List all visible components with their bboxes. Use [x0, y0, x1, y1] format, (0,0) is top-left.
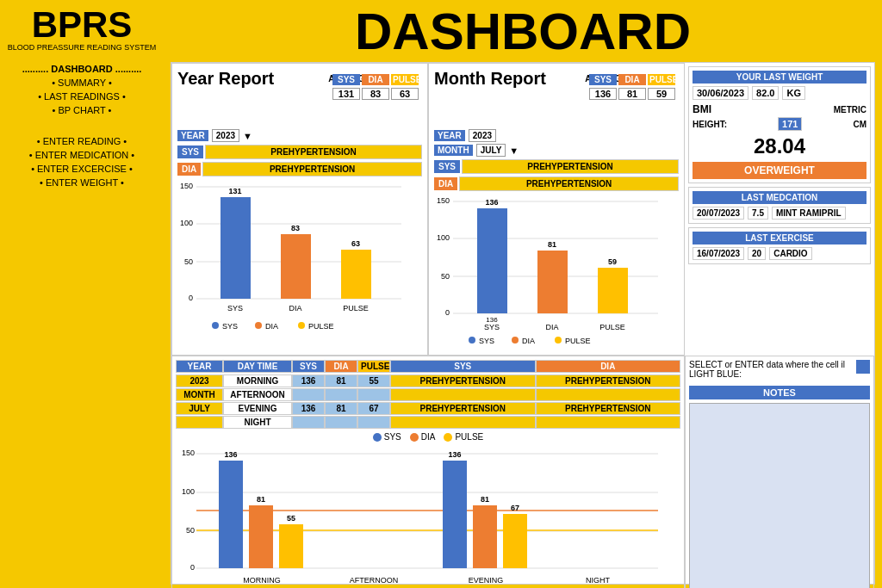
svg-text:PULSE: PULSE: [308, 322, 334, 331]
month-year-value[interactable]: 2023: [469, 129, 496, 142]
svg-text:PULSE: PULSE: [343, 304, 369, 313]
month-cell-2[interactable]: JULY: [176, 402, 223, 415]
medication-title: LAST MEDCATION: [693, 191, 866, 204]
svg-text:100: 100: [437, 233, 450, 242]
svg-text:81: 81: [548, 240, 556, 249]
month-avg-dia: 81: [618, 88, 646, 100]
month-chart: 150 100 50 0 136 81 59: [434, 195, 679, 366]
year-avg-col-headers: SYS DIA PULSE: [332, 74, 419, 85]
night-pulse[interactable]: [357, 416, 390, 429]
medication-amount: 7.5: [748, 207, 768, 220]
svg-text:DIA: DIA: [265, 322, 278, 331]
month-dia-status: PREHYPERTENSION: [459, 176, 679, 191]
sidebar-item-last-readings[interactable]: • LAST READINGS •: [0, 90, 164, 103]
month-avg-values: 136 81 59: [589, 88, 675, 100]
night-dia[interactable]: [325, 416, 357, 429]
month-sys-status-row: SYS PREHYPERTENSION: [434, 159, 679, 174]
sidebar-item-summary[interactable]: • SUMMARY •: [0, 76, 164, 90]
month-report-card: Month Report AVERAGE SYS DIA PULSE 136 8…: [428, 63, 685, 356]
evening-sys-status: PREHYPERTENSION: [390, 402, 536, 415]
year-filter-row: YEAR 2023 ▼: [177, 129, 422, 142]
sidebar-nav: .......... DASHBOARD .......... • SUMMAR…: [0, 62, 164, 189]
svg-rect-10: [281, 234, 311, 299]
night-sys[interactable]: [292, 416, 325, 429]
month-sys-status: PREHYPERTENSION: [462, 159, 679, 174]
weight-row: 30/06/2023 82.0 KG: [693, 86, 866, 100]
month-dia-status-row: DIA PREHYPERTENSION: [434, 176, 679, 191]
year-avg-pulse: 63: [391, 88, 419, 100]
sidebar-item-bp-chart[interactable]: • BP CHART •: [0, 103, 164, 117]
pulse-legend-dot: [444, 433, 452, 442]
morning-pulse[interactable]: 55: [357, 374, 390, 387]
year-sys-status-row: SYS PREHYPERTENSION: [177, 145, 422, 159]
daytime-col-header: DAY TIME: [223, 360, 292, 373]
sidebar-item-enter-reading[interactable]: • ENTER READING •: [0, 134, 164, 148]
year-dia-status-row: DIA PREHYPERTENSION: [177, 162, 422, 176]
svg-text:0: 0: [189, 294, 193, 302]
svg-text:SYS: SYS: [227, 304, 243, 313]
legend-dia: DIA: [410, 432, 436, 442]
svg-text:81: 81: [257, 495, 265, 504]
legend-sys: SYS: [373, 432, 401, 442]
svg-text:150: 150: [182, 449, 195, 457]
year-cell-1[interactable]: 2023: [176, 374, 223, 387]
svg-text:DIA: DIA: [289, 304, 301, 313]
legend-pulse: PULSE: [444, 432, 483, 442]
morning-sys[interactable]: 136: [292, 374, 325, 387]
evening-sys[interactable]: 136: [292, 402, 325, 415]
svg-rect-21: [298, 322, 305, 329]
sidebar-item-enter-medication[interactable]: • ENTER MEDICATION •: [0, 148, 164, 162]
last-exercise-card: LAST EXERCISE 16/07/2023 20 CARDIO: [688, 227, 871, 264]
medication-date: 20/07/2023: [693, 207, 744, 220]
afternoon-time: AFTERNOON: [223, 388, 292, 401]
svg-text:59: 59: [608, 257, 617, 266]
bmi-section: BMI METRIC HEIGHT: 171 CM 28.04 OVERWEIG…: [693, 103, 866, 179]
svg-text:81: 81: [481, 495, 489, 504]
exercise-title: LAST EXERCISE: [693, 232, 866, 244]
year-value[interactable]: 2023: [212, 129, 239, 142]
year-report-card: Year Report AVERAGE SYS DIA PULSE 131 83…: [171, 63, 428, 356]
svg-rect-35: [598, 268, 628, 313]
sidebar-item-enter-weight[interactable]: • ENTER WEIGHT •: [0, 176, 164, 189]
afternoon-sys[interactable]: [292, 388, 325, 401]
svg-rect-33: [537, 251, 568, 313]
month-cell-1: MONTH: [176, 388, 223, 401]
page-title: DASHBOARD: [164, 0, 882, 60]
weight-unit: KG: [782, 86, 805, 100]
notes-title: NOTES: [689, 386, 870, 399]
month-month-value[interactable]: JULY: [476, 144, 506, 157]
morning-dia[interactable]: 81: [325, 374, 357, 387]
evening-dia[interactable]: 81: [325, 402, 357, 415]
pulse-legend-label: PULSE: [455, 432, 483, 442]
medication-name: MINT RAMIPRIL: [772, 207, 846, 220]
afternoon-pulse[interactable]: [357, 388, 390, 401]
svg-text:63: 63: [351, 239, 360, 248]
sys-col-header: SYS: [292, 360, 325, 373]
daily-readings-section: YEAR DAY TIME SYS DIA PULSE SYS DIA 2023…: [171, 356, 685, 588]
sidebar-item-dashboard[interactable]: .......... DASHBOARD ..........: [0, 62, 164, 76]
svg-text:MORNING: MORNING: [243, 576, 281, 585]
month-dia-col: DIA: [618, 74, 646, 85]
evening-pulse[interactable]: 67: [357, 402, 390, 415]
weight-card: YOUR LAST WEIGHT 30/06/2023 82.0 KG BMI …: [688, 66, 871, 183]
afternoon-dia[interactable]: [325, 388, 357, 401]
notes-input[interactable]: [690, 404, 869, 588]
svg-text:DIA: DIA: [522, 337, 535, 345]
month-month-row: MONTH JULY ▼: [434, 144, 679, 157]
exercise-date: 16/07/2023: [693, 247, 744, 260]
app-logo: BPRS: [0, 7, 164, 43]
svg-rect-45: [555, 337, 562, 344]
notes-textarea[interactable]: [689, 403, 870, 588]
svg-text:AFTERNOON: AFTERNOON: [350, 576, 399, 585]
year-dia-label: DIA: [177, 163, 201, 176]
svg-text:0: 0: [190, 563, 195, 572]
svg-text:67: 67: [511, 504, 519, 512]
svg-rect-12: [341, 250, 371, 299]
last-medication-card: LAST MEDCATION 20/07/2023 7.5 MINT RAMIP…: [688, 187, 871, 224]
sidebar-item-enter-exercise[interactable]: • ENTER EXCERCISE •: [0, 162, 164, 176]
svg-text:PULSE: PULSE: [599, 323, 625, 331]
svg-text:136: 136: [448, 450, 461, 459]
svg-rect-19: [255, 322, 262, 329]
svg-rect-17: [212, 322, 219, 329]
svg-text:150: 150: [437, 196, 450, 205]
